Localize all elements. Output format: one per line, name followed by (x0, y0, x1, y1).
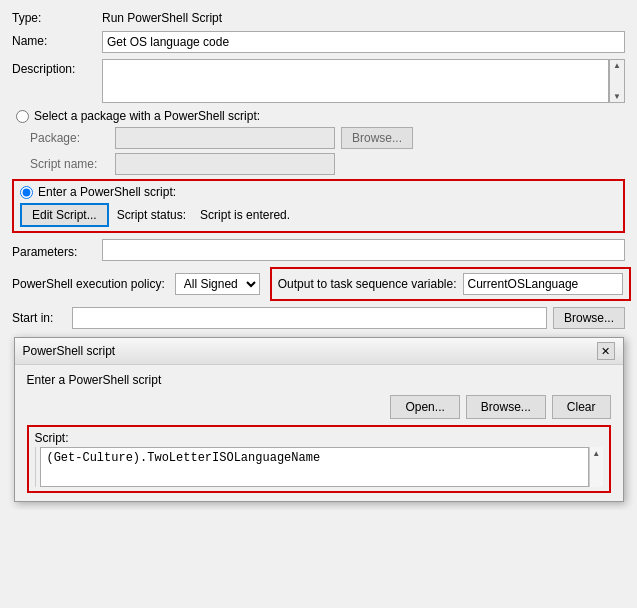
script-section: Script: (Get-Culture).TwoLetterISOLangua… (27, 425, 611, 493)
description-row: Description: ▲ ▼ (12, 59, 625, 103)
dialog-title: PowerShell script (23, 344, 116, 358)
script-name-label: Script name: (30, 157, 115, 171)
enter-ps-radio[interactable] (20, 186, 33, 199)
select-package-radio-row: Select a package with a PowerShell scrip… (12, 109, 625, 123)
name-row: Name: (12, 31, 625, 53)
package-browse-btn[interactable]: Browse... (341, 127, 413, 149)
script-left-border (35, 447, 37, 487)
scroll-up-icon[interactable]: ▲ (613, 61, 621, 70)
select-package-radio[interactable] (16, 110, 29, 123)
type-label: Type: (12, 8, 102, 25)
dialog-clear-btn[interactable]: Clear (552, 395, 611, 419)
package-row: Package: Browse... (30, 127, 625, 149)
name-label: Name: (12, 31, 102, 48)
parameters-input[interactable] (102, 239, 625, 261)
description-textarea[interactable] (102, 59, 609, 103)
edit-script-btn[interactable]: Edit Script... (20, 203, 109, 227)
script-wrapper: (Get-Culture).TwoLetterISOLanguageName ▲ (35, 447, 603, 487)
output-input[interactable] (463, 273, 623, 295)
dialog-close-btn[interactable]: ✕ (597, 342, 615, 360)
dialog-titlebar: PowerShell script ✕ (15, 338, 623, 365)
enter-ps-label: Enter a PowerShell script: (38, 185, 176, 199)
powershell-dialog: PowerShell script ✕ Enter a PowerShell s… (14, 337, 624, 502)
dialog-body: Enter a PowerShell script Open... Browse… (15, 365, 623, 501)
enter-ps-radio-row: Enter a PowerShell script: (20, 185, 617, 199)
dialog-browse-btn[interactable]: Browse... (466, 395, 546, 419)
script-status-label: Script status: (117, 208, 186, 222)
package-section: Package: Browse... Script name: (12, 127, 625, 175)
main-panel: Type: Run PowerShell Script Name: Descri… (0, 0, 637, 510)
parameters-row: Parameters: (12, 239, 625, 261)
package-input[interactable] (115, 127, 335, 149)
start-in-label: Start in: (12, 311, 72, 325)
edit-script-row: Edit Script... Script status: Script is … (20, 203, 617, 227)
parameters-label: Parameters: (12, 242, 102, 259)
dialog-subtitle: Enter a PowerShell script (27, 373, 611, 387)
type-row: Type: Run PowerShell Script (12, 8, 625, 25)
ps-exec-select[interactable]: All Signed (175, 273, 260, 295)
output-label: Output to task sequence variable: (278, 277, 457, 291)
script-scrollbar[interactable]: ▲ (589, 447, 603, 487)
ps-exec-label: PowerShell execution policy: (12, 277, 165, 291)
ps-exec-row: PowerShell execution policy: All Signed … (12, 267, 625, 301)
script-status-value: Script is entered. (200, 208, 290, 222)
dialog-buttons-row: Open... Browse... Clear (27, 395, 611, 419)
script-name-row: Script name: (30, 153, 625, 175)
script-scroll-up-icon[interactable]: ▲ (592, 449, 600, 458)
description-scrollbar[interactable]: ▲ ▼ (609, 59, 625, 103)
output-section: Output to task sequence variable: (270, 267, 631, 301)
script-name-input[interactable] (115, 153, 335, 175)
name-input[interactable] (102, 31, 625, 53)
enter-ps-section: Enter a PowerShell script: Edit Script..… (12, 179, 625, 233)
type-value: Run PowerShell Script (102, 8, 625, 25)
script-label: Script: (35, 431, 603, 445)
start-in-input[interactable] (72, 307, 547, 329)
scroll-down-icon[interactable]: ▼ (613, 92, 621, 101)
start-in-row: Start in: Browse... (12, 307, 625, 329)
description-label: Description: (12, 59, 102, 76)
dialog-open-btn[interactable]: Open... (390, 395, 459, 419)
start-in-browse-btn[interactable]: Browse... (553, 307, 625, 329)
package-label: Package: (30, 131, 115, 145)
select-package-label: Select a package with a PowerShell scrip… (34, 109, 260, 123)
script-textarea[interactable]: (Get-Culture).TwoLetterISOLanguageName (40, 447, 589, 487)
